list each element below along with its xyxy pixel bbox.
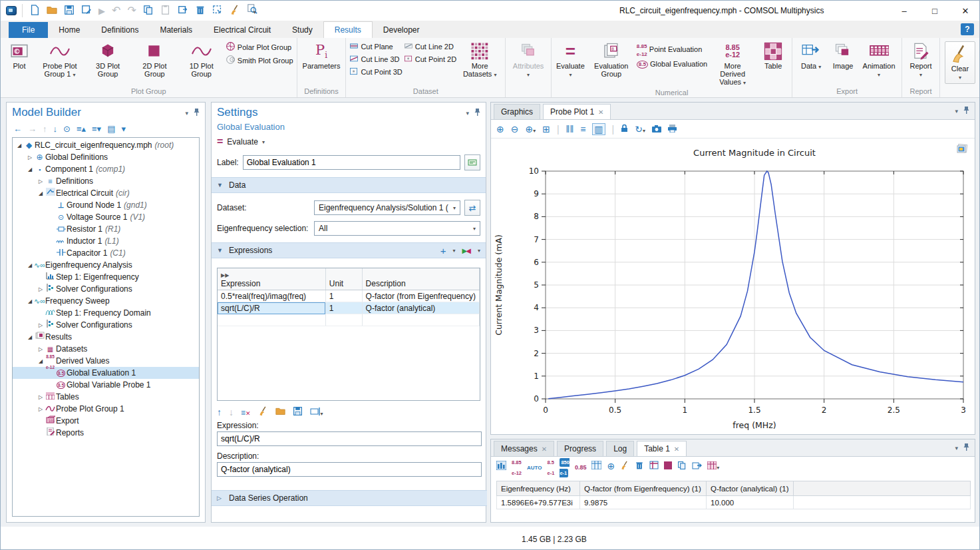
collapsed-arrow-icon[interactable]: ▷ bbox=[37, 406, 45, 412]
resize-columns-button[interactable] bbox=[649, 461, 659, 471]
tree-item-ground-node-1[interactable]: ⊥Ground Node 1(gnd1) bbox=[13, 199, 199, 211]
zoom-in-icon[interactable]: ⊕ bbox=[496, 124, 504, 135]
graphics-tab-probe-plot-1[interactable]: Probe Plot 1✕ bbox=[543, 104, 611, 119]
ribbon-tab-study[interactable]: Study bbox=[281, 22, 323, 38]
collapsed-arrow-icon[interactable]: ▷ bbox=[37, 286, 45, 292]
pin-icon[interactable] bbox=[963, 443, 969, 453]
select-region-button[interactable] bbox=[212, 5, 223, 17]
print-icon[interactable] bbox=[668, 124, 677, 135]
undo-button[interactable]: ↶ bbox=[112, 5, 120, 16]
result-row[interactable]: 1.5896E6+79.577E3i9.987510.000 bbox=[497, 496, 971, 509]
evaluate-button[interactable]: Evaluate bbox=[227, 137, 258, 146]
close-tab-icon[interactable]: ✕ bbox=[674, 445, 679, 453]
smith-plot-group-button[interactable]: Smith Plot Group bbox=[226, 55, 293, 66]
info-tab-messages[interactable]: Messages✕ bbox=[494, 441, 554, 456]
copy-table-button[interactable] bbox=[677, 461, 687, 472]
tree-item-solver-configurations[interactable]: ▷Solver Configurations bbox=[13, 319, 199, 331]
close-button[interactable]: ✕ bbox=[950, 1, 980, 21]
expanded-arrow-icon[interactable]: ◢ bbox=[37, 358, 45, 364]
expression-row[interactable] bbox=[218, 314, 480, 326]
tree-item-rlc-circuit-eigenfrequency-mph[interactable]: ◢◆RLC_circuit_eigenfrequency.mph(root) bbox=[13, 139, 199, 151]
tree-item-derived-values[interactable]: ◢8.85e-12Derived Values bbox=[13, 355, 199, 367]
new-file-button[interactable] bbox=[29, 5, 40, 17]
cut-point-3d-button[interactable]: Cut Point 3D bbox=[349, 67, 402, 77]
x-axis-log-icon[interactable]: ‖‖ bbox=[566, 124, 574, 135]
graphics-tab-graphics[interactable]: Graphics bbox=[494, 104, 540, 119]
animation-button[interactable]: Animation ▾ bbox=[860, 40, 898, 80]
global-evaluation-button[interactable]: 8.5Global Evaluation bbox=[637, 59, 707, 69]
table-view-button[interactable] bbox=[591, 461, 601, 471]
model-tree-node-text-button[interactable]: ▤ bbox=[107, 124, 115, 134]
ribbon-tab-home[interactable]: Home bbox=[48, 22, 90, 38]
panel-menu-caret-icon[interactable]: ▾ bbox=[955, 108, 958, 115]
axis-limits-icon[interactable]: ▥ bbox=[592, 123, 605, 135]
collapsed-arrow-icon[interactable]: ▷ bbox=[26, 154, 34, 160]
pin-icon[interactable] bbox=[474, 108, 480, 118]
report-button[interactable]: Report ▾ bbox=[905, 40, 936, 80]
scientific-notation-button[interactable]: 8.5e-1 bbox=[548, 455, 555, 477]
image-snapshot-icon[interactable] bbox=[652, 124, 661, 135]
cut-line-3d-button[interactable]: Cut Line 3D bbox=[349, 54, 402, 65]
expand-all-button[interactable]: ≡▾ bbox=[92, 124, 101, 134]
tree-item-datasets[interactable]: ▷▦Datasets bbox=[13, 343, 199, 355]
section-data[interactable]: ▼ Data bbox=[212, 177, 486, 193]
tree-menu-caret[interactable]: ▾ bbox=[121, 124, 126, 134]
show-button[interactable]: ⊙ bbox=[63, 124, 71, 134]
add-expression-caret-icon[interactable]: ▾ bbox=[453, 248, 456, 254]
tree-item-step-1-eigenfrequency[interactable]: Step 1: Eigenfrequency bbox=[13, 271, 199, 283]
cut-line-2d-button[interactable]: Cut Line 2D bbox=[404, 41, 456, 52]
collapse-all-button[interactable]: ≡▴ bbox=[77, 124, 86, 134]
minimize-button[interactable]: – bbox=[889, 1, 919, 21]
tree-item-step-1-frequency-domain[interactable]: Step 1: Frequency Domain bbox=[13, 307, 199, 319]
expanded-arrow-icon[interactable]: ◢ bbox=[26, 166, 34, 172]
pin-icon[interactable] bbox=[963, 106, 969, 116]
rename-button[interactable]: ▾ bbox=[310, 407, 323, 417]
3d-plot-group-button[interactable]: 3D Plot Group bbox=[85, 40, 130, 79]
tree-item-probe-plot-group-1[interactable]: ▷Probe Plot Group 1 bbox=[13, 403, 199, 415]
cell-color-button[interactable] bbox=[664, 461, 672, 471]
clear-button[interactable]: Clear ▾ bbox=[945, 41, 975, 84]
panel-menu-caret-icon[interactable]: ▾ bbox=[955, 445, 958, 451]
ribbon-tab-file[interactable]: File bbox=[9, 22, 48, 38]
image-button[interactable]: Image bbox=[828, 40, 858, 71]
table-button[interactable]: Table bbox=[758, 40, 788, 71]
chart-canvas[interactable]: Current Magnitude in Circuit00.511.522.5… bbox=[491, 138, 975, 433]
polar-plot-group-button[interactable]: Polar Plot Group bbox=[226, 41, 293, 53]
data-button[interactable]: Data ▾ bbox=[796, 40, 826, 72]
eigenfrequency-selection-select[interactable]: All ▾ bbox=[314, 221, 480, 236]
description-input[interactable] bbox=[217, 462, 482, 477]
engineering-notation-button[interactable]: 850e-1 bbox=[560, 455, 570, 477]
expression-row[interactable]: 0.5*real(freq)/imag(freq)1Q-factor (from… bbox=[218, 290, 480, 302]
parameters-button[interactable]: PiParameters bbox=[301, 40, 343, 71]
expression-input[interactable] bbox=[217, 431, 482, 446]
result-col-header[interactable]: Q-factor (from Eigenfrequency) (1) bbox=[580, 481, 707, 496]
y-axis-log-icon[interactable]: ≡ bbox=[580, 124, 585, 135]
evaluate-expressions-button[interactable]: ▶◀ bbox=[462, 246, 471, 255]
reset-desktop-button[interactable] bbox=[230, 5, 240, 17]
find-button[interactable]: ▾ bbox=[247, 3, 257, 18]
nav-back-button[interactable]: ← bbox=[13, 124, 22, 134]
clear-table-button[interactable] bbox=[620, 461, 629, 472]
help-button[interactable]: ? bbox=[961, 23, 974, 35]
move-up-button[interactable]: ↑ bbox=[43, 124, 47, 134]
1d-plot-group-button[interactable]: 1D Plot Group bbox=[179, 40, 224, 79]
update-plot-icon[interactable]: ↻▾ bbox=[635, 124, 645, 135]
nav-forward-button[interactable]: → bbox=[28, 124, 37, 134]
section-data-series-operation[interactable]: ▷ Data Series Operation bbox=[212, 490, 487, 506]
move-down-button[interactable]: ↓ bbox=[229, 407, 234, 417]
tree-item-voltage-source-1[interactable]: ⊙Voltage Source 1(V1) bbox=[13, 211, 199, 223]
expanded-arrow-icon[interactable]: ◢ bbox=[37, 190, 45, 196]
copy-button[interactable] bbox=[143, 5, 154, 17]
paste-button[interactable] bbox=[160, 5, 171, 17]
expr-col-expression[interactable]: ▶▶Expression bbox=[218, 268, 325, 290]
zoom-box-icon[interactable]: ⊕▾ bbox=[525, 124, 536, 135]
expanded-arrow-icon[interactable]: ◢ bbox=[26, 262, 34, 268]
ribbon-tab-developer[interactable]: Developer bbox=[373, 22, 430, 38]
point-evaluation-button[interactable]: 8.85e-12Point Evaluation bbox=[637, 41, 707, 57]
result-col-header[interactable]: Eigenfrequency (Hz) bbox=[497, 481, 580, 496]
ribbon-tab-definitions[interactable]: Definitions bbox=[90, 22, 149, 38]
dataset-select[interactable]: Eigenfrequency Analysis/Solution 1 ( ▾ bbox=[314, 200, 460, 215]
load-from-file-button[interactable] bbox=[275, 406, 285, 418]
collapsed-arrow-icon[interactable]: ▷ bbox=[37, 178, 45, 184]
close-tab-icon[interactable]: ✕ bbox=[598, 109, 603, 116]
